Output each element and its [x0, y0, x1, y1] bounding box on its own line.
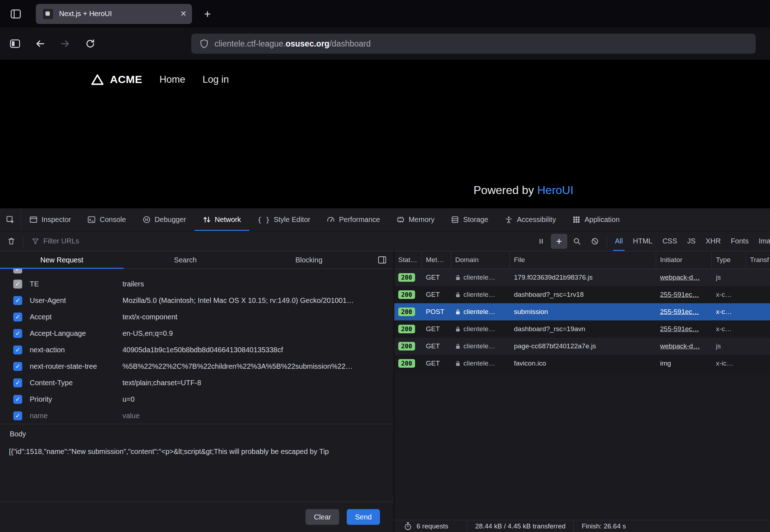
initiator-text[interactable]: webpack-d… — [660, 342, 700, 350]
tab-overview-button[interactable] — [7, 5, 24, 23]
header-checkbox[interactable]: ✓ — [13, 411, 22, 420]
request-body-value[interactable]: [{"id":1518,"name":"New submission","con… — [0, 442, 394, 456]
header-value[interactable]: value — [122, 412, 392, 420]
column-header[interactable]: File — [510, 251, 656, 269]
url-bar[interactable]: clientele.ctf-league.osusec.org/dashboar… — [191, 34, 756, 54]
type-filter-html[interactable]: HTML — [628, 231, 657, 251]
pick-element-button[interactable] — [0, 208, 21, 231]
header-name[interactable]: next-router-state-tree — [30, 362, 122, 371]
header-name[interactable]: Accept — [30, 313, 122, 321]
new-request-toggle-button[interactable]: + — [551, 234, 567, 249]
header-checkbox[interactable]: ✓ — [13, 313, 22, 321]
back-button[interactable] — [32, 35, 49, 52]
window-icon[interactable] — [6, 35, 24, 52]
header-name[interactable]: name — [30, 412, 122, 420]
pause-button[interactable] — [533, 234, 549, 249]
header-checkbox[interactable]: ✓ — [13, 280, 22, 289]
header-name[interactable]: Priority — [30, 395, 122, 403]
domain-cell: clientele… — [451, 303, 510, 320]
file-cell: page-cc687bf240122a7e.js — [510, 338, 656, 355]
heroui-link[interactable]: HeroUI — [537, 184, 573, 197]
status-cell: 200 — [394, 338, 422, 355]
header-name[interactable]: next-action — [30, 346, 122, 354]
network-request-row[interactable]: 200GETclientele…favicon.icoimgx-ic… — [394, 355, 770, 372]
browser-tab[interactable]: Next.js + HeroUI × — [36, 4, 192, 24]
send-button[interactable]: Send — [347, 509, 380, 525]
type-filter-js[interactable]: JS — [682, 231, 701, 251]
panel-tab-search[interactable]: Search — [124, 251, 247, 269]
type-filter-fonts[interactable]: Fonts — [726, 231, 754, 251]
panel-tab-blocking[interactable]: Blocking — [247, 251, 371, 269]
type-filter-images[interactable]: Images — [754, 231, 770, 251]
tab-style-editor[interactable]: { } Style Editor — [249, 208, 319, 231]
tab-application[interactable]: Application — [564, 208, 628, 231]
type-filter-xhr[interactable]: XHR — [701, 231, 726, 251]
header-checkbox[interactable]: ✓ — [13, 378, 22, 387]
header-name[interactable]: TE — [30, 280, 122, 288]
nav-home-link[interactable]: Home — [159, 74, 185, 85]
header-value[interactable]: text/x-component — [122, 313, 392, 321]
clear-requests-button[interactable] — [3, 234, 19, 249]
column-header[interactable]: Stat… — [394, 251, 422, 269]
header-checkbox[interactable]: ✓ — [13, 296, 22, 305]
finish-time: Finish: 26.64 s — [574, 522, 634, 530]
header-name[interactable]: Accept-Language — [30, 329, 122, 338]
header-checkbox[interactable]: ✓ — [13, 329, 22, 338]
header-value[interactable]: Mozilla/5.0 (Macintosh; Intel Mac OS X 1… — [122, 296, 392, 305]
header-name[interactable]: Content-Type — [30, 379, 122, 387]
initiator-text[interactable]: 255-591ec… — [660, 308, 699, 316]
header-name[interactable]: User-Agent — [30, 296, 122, 305]
header-value[interactable]: en-US,en;q=0.9 — [122, 329, 392, 338]
tab-console[interactable]: Console — [79, 208, 134, 231]
column-header[interactable]: Domain — [451, 251, 510, 269]
header-checkbox[interactable]: ✓ — [13, 362, 22, 371]
header-value[interactable]: 40905da1b9c1e50b8bdb8d04664130840135338c… — [122, 346, 392, 354]
filter-urls-input[interactable]: Filter URLs — [26, 237, 532, 245]
tab-title: Next.js + HeroUI — [59, 10, 178, 18]
column-header[interactable]: Initiator — [656, 251, 712, 269]
tab-storage[interactable]: Storage — [443, 208, 496, 231]
header-checkbox[interactable]: ✓ — [13, 269, 22, 274]
collapse-panel-button[interactable] — [371, 251, 394, 269]
initiator-text[interactable]: 255-591ec… — [660, 291, 699, 299]
header-checkbox[interactable]: ✓ — [13, 345, 22, 354]
tab-inspector[interactable]: Inspector — [21, 208, 79, 231]
shield-icon — [200, 39, 208, 49]
column-header[interactable]: Met… — [422, 251, 451, 269]
header-checkbox[interactable]: ✓ — [13, 395, 22, 404]
header-value[interactable]: %5B%22%22%2C%7B%22children%22%3A%5B%22su… — [122, 362, 392, 371]
header-value[interactable]: u=0 — [122, 395, 392, 403]
network-request-row[interactable]: 200POSTclientele…submission255-591ec…x-c… — [394, 303, 770, 320]
initiator-text[interactable]: 255-591ec… — [660, 325, 699, 333]
site-logo[interactable]: ACME — [91, 73, 142, 86]
tab-memory[interactable]: Memory — [388, 208, 443, 231]
type-filter-all[interactable]: All — [610, 231, 628, 251]
tab-close-icon[interactable]: × — [181, 9, 186, 19]
network-request-row[interactable]: 200GETclientele…dashboard?_rsc=1rv18255-… — [394, 286, 770, 303]
column-header[interactable]: Type — [712, 251, 746, 269]
panel-tab-new-request[interactable]: New Request — [0, 251, 124, 269]
nav-login-link[interactable]: Log in — [202, 74, 229, 85]
forward-button[interactable] — [57, 35, 74, 52]
network-request-row[interactable]: 200GETclientele…page-cc687bf240122a7e.js… — [394, 338, 770, 355]
network-request-row[interactable]: 200GETclientele…dashboard?_rsc=19avn255-… — [394, 320, 770, 338]
block-button[interactable] — [587, 234, 603, 249]
header-value[interactable]: text/plain;charset=UTF-8 — [122, 379, 392, 387]
tab-performance[interactable]: Performance — [318, 208, 388, 231]
header-value[interactable]: trailers — [122, 280, 392, 288]
clear-button[interactable]: Clear — [305, 509, 339, 525]
tab-debugger[interactable]: Debugger — [134, 208, 194, 231]
column-header[interactable]: Transf… — [746, 251, 770, 269]
new-tab-button[interactable]: + — [204, 8, 211, 20]
reload-button[interactable] — [82, 35, 99, 52]
initiator-text[interactable]: webpack-d… — [660, 274, 700, 281]
tab-network[interactable]: Network — [194, 208, 249, 231]
initiator-cell: 255-591ec… — [656, 286, 712, 303]
status-badge: 200 — [398, 290, 415, 299]
network-request-row[interactable]: 200GETclientele…179.f023639d21b98376.jsw… — [394, 269, 770, 286]
network-table-header: Stat…Met…DomainFileInitiatorTypeTransf… — [394, 251, 770, 269]
type-filter-css[interactable]: CSS — [658, 231, 682, 251]
search-button[interactable] — [569, 234, 585, 249]
tab-accessibility[interactable]: Accessibility — [496, 208, 564, 231]
initiator-text: img — [660, 359, 671, 367]
